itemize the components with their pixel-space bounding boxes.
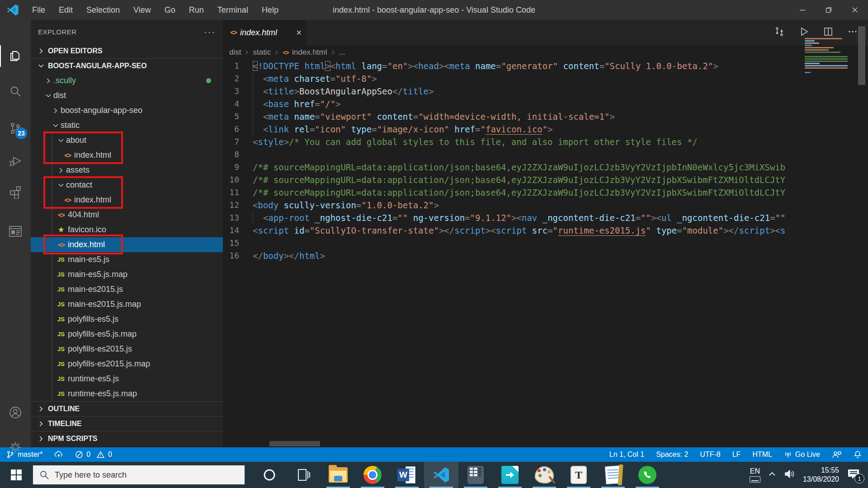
tree-item-polyfills-es2015.js[interactable]: JSpolyfills-es2015.js xyxy=(31,342,223,357)
tree-item-runtime-es5.js.map[interactable]: JSruntime-es5.js.map xyxy=(31,386,223,401)
open-editors-section[interactable]: OPEN EDITORS xyxy=(31,43,223,58)
open-changes-icon[interactable] xyxy=(774,26,785,39)
notifications-bell-icon[interactable] xyxy=(854,450,862,459)
source-control-icon[interactable]: 23 xyxy=(0,117,31,140)
menu-help[interactable]: Help xyxy=(255,0,285,20)
tree-item-index.html[interactable]: <>index.html xyxy=(31,237,223,252)
tree-item-polyfills-es2015.js.map[interactable]: JSpolyfills-es2015.js.map xyxy=(31,357,223,371)
code-line-16[interactable]: 16</body></html> xyxy=(223,249,868,262)
language-indicator[interactable]: EN xyxy=(750,467,760,483)
code-line-7[interactable]: 7<style>/* You can add global styles to … xyxy=(223,136,868,148)
taskbar-app-file-explorer[interactable] xyxy=(321,462,355,488)
browser-preview-icon[interactable] xyxy=(0,220,31,243)
tree-item-main-es5.js[interactable]: JSmain-es5.js xyxy=(31,252,223,267)
code-editor[interactable]: 1<!DOCTYPE html><html lang="en"><head><m… xyxy=(223,60,868,447)
go-live-button[interactable]: Go Live xyxy=(784,450,820,459)
code-line-2[interactable]: 2 <meta charset="utf-8"> xyxy=(223,72,868,85)
tree-item-main-es5.js.map[interactable]: JSmain-es5.js.map xyxy=(31,267,223,282)
volume-icon[interactable] xyxy=(784,469,796,481)
restore-button[interactable] xyxy=(816,0,842,20)
taskbar-app-textpad[interactable]: T xyxy=(561,462,596,488)
menu-edit[interactable]: Edit xyxy=(52,0,80,20)
split-editor-icon[interactable] xyxy=(823,26,834,39)
tree-item-runtime-es5.js[interactable]: JSruntime-es5.js xyxy=(31,371,223,386)
code-line-11[interactable]: 11/*# sourceMappingURL=data:application/… xyxy=(223,186,868,199)
tree-item-favicon.ico[interactable]: ★favicon.ico xyxy=(31,222,223,237)
code-line-10[interactable]: 10/*# sourceMappingURL=data:application/… xyxy=(223,174,868,186)
code-line-4[interactable]: 4 <base href="/"> xyxy=(223,98,868,110)
section-npm-scripts[interactable]: NPM SCRIPTS xyxy=(31,431,223,446)
more-actions-icon[interactable] xyxy=(847,26,858,39)
breadcrumb-dist[interactable]: dist xyxy=(229,48,241,57)
code-line-13[interactable]: 13 <app-root _nghost-die-c21="" ng-versi… xyxy=(223,211,868,224)
publish-changes-icon[interactable] xyxy=(54,450,63,459)
run-file-icon[interactable] xyxy=(798,26,809,39)
breadcrumb-index.html[interactable]: index.html xyxy=(292,48,327,57)
taskbar-app-vscode[interactable] xyxy=(424,462,458,488)
explorer-icon[interactable] xyxy=(0,44,31,68)
menu-go[interactable]: Go xyxy=(158,0,182,20)
close-button[interactable] xyxy=(842,0,868,20)
start-button[interactable] xyxy=(0,462,33,488)
run-debug-icon[interactable] xyxy=(0,149,31,173)
encoding[interactable]: UTF-8 xyxy=(700,450,720,459)
tree-item-about[interactable]: about xyxy=(31,133,223,148)
tree-item-main-es2015.js[interactable]: JSmain-es2015.js xyxy=(31,282,223,297)
tree-item-index.html[interactable]: <>index.html xyxy=(31,148,223,163)
horizontal-scrollbar[interactable] xyxy=(269,441,320,446)
taskbar-app-task-view[interactable] xyxy=(287,462,321,488)
code-line-1[interactable]: 1<!DOCTYPE html><html lang="en"><head><m… xyxy=(223,60,868,72)
search-icon[interactable] xyxy=(0,80,31,103)
vertical-scrollbar[interactable] xyxy=(858,26,865,85)
menu-file[interactable]: File xyxy=(25,0,52,20)
tree-item-404.html[interactable]: <>404.html xyxy=(31,207,223,222)
tree-item-.scully[interactable]: .scully xyxy=(31,73,223,88)
taskbar-app-word[interactable]: W xyxy=(390,462,424,488)
section-outline[interactable]: OUTLINE xyxy=(31,401,223,416)
tree-item-main-es2015.js.map[interactable]: JSmain-es2015.js.map xyxy=(31,297,223,312)
code-line-3[interactable]: 3 <title>BoostAngularAppSeo</title> xyxy=(223,85,868,98)
breadcrumb-...[interactable]: ... xyxy=(339,48,345,57)
settings-gear-icon[interactable] xyxy=(0,436,31,459)
minimize-button[interactable] xyxy=(789,0,816,20)
minimap[interactable] xyxy=(805,38,848,73)
tab-index-html[interactable]: <> index.html ✕ xyxy=(223,20,307,45)
taskbar-app-chrome[interactable] xyxy=(355,462,390,488)
taskbar-app-notepad[interactable] xyxy=(596,462,630,488)
menu-run[interactable]: Run xyxy=(182,0,211,20)
tree-item-dist[interactable]: dist xyxy=(31,88,223,103)
feedback-icon[interactable] xyxy=(832,450,842,459)
project-root[interactable]: BOOST-ANGULAR-APP-SEO xyxy=(31,58,223,73)
taskbar-app-paint[interactable] xyxy=(527,462,561,488)
taskbar-app-calculator[interactable] xyxy=(458,462,493,488)
code-line-15[interactable]: 15 xyxy=(223,237,868,249)
tree-item-boost-angular-app-seo[interactable]: boost-angular-app-seo xyxy=(31,103,223,118)
tray-chevron-up-icon[interactable] xyxy=(768,471,777,479)
eol-sequence[interactable]: LF xyxy=(732,450,741,459)
menu-terminal[interactable]: Terminal xyxy=(211,0,255,20)
extensions-icon[interactable] xyxy=(0,180,31,203)
code-line-9[interactable]: 9/*# sourceMappingURL=data:application/j… xyxy=(223,161,868,174)
taskbar-app-whatsapp[interactable] xyxy=(630,462,665,488)
tree-item-contact[interactable]: contact xyxy=(31,178,223,192)
explorer-more-actions-icon[interactable]: ··· xyxy=(204,29,216,34)
code-line-8[interactable]: 8 xyxy=(223,148,868,161)
tab-close-icon[interactable]: ✕ xyxy=(296,28,302,37)
code-line-14[interactable]: 14<script id="ScullyIO-transfer-state"><… xyxy=(223,224,868,237)
tree-item-static[interactable]: static xyxy=(31,118,223,133)
code-line-5[interactable]: 5 <meta name="viewport" content="width=d… xyxy=(223,110,868,123)
clock[interactable]: 15:55 13/08/2020 xyxy=(803,466,839,484)
tree-item-polyfills-es5.js[interactable]: JSpolyfills-es5.js xyxy=(31,312,223,327)
section-timeline[interactable]: TIMELINE xyxy=(31,416,223,431)
code-line-12[interactable]: 12<body scully-version="1.0.0-beta.2"> xyxy=(223,199,868,211)
taskbar-app-share-app[interactable] xyxy=(493,462,527,488)
breadcrumb-static[interactable]: static xyxy=(253,48,271,57)
tree-item-index.html[interactable]: <>index.html xyxy=(31,192,223,207)
taskbar-app-cortana[interactable] xyxy=(252,462,287,488)
problems-item[interactable]: 0 0 xyxy=(75,450,112,459)
menu-view[interactable]: View xyxy=(127,0,158,20)
code-line-6[interactable]: 6 <link rel="icon" type="image/x-icon" h… xyxy=(223,123,868,136)
cursor-position[interactable]: Ln 1, Col 1 xyxy=(609,450,644,459)
tree-item-assets[interactable]: assets xyxy=(31,163,223,178)
account-icon[interactable] xyxy=(0,401,31,424)
